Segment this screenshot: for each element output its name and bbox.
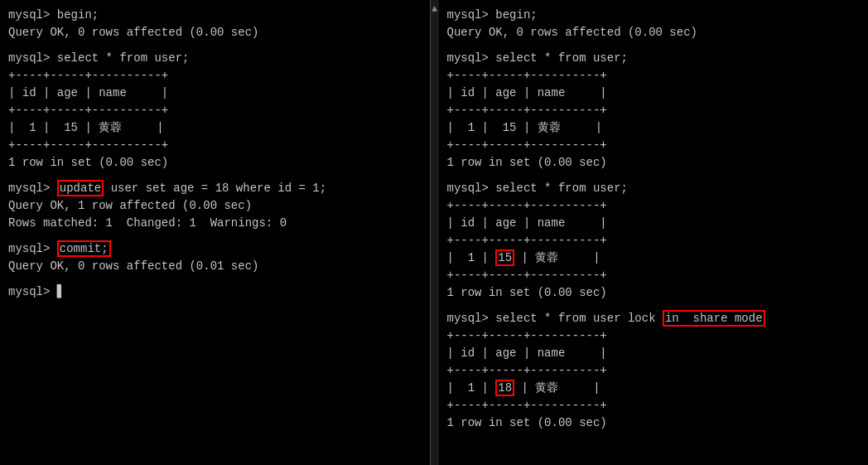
left-line-8: +----+-----+----------+ <box>8 137 422 154</box>
left-commit-line: mysql> commit; <box>8 240 422 258</box>
right-sharemode-line: mysql> select * from user lock in share … <box>447 310 861 327</box>
right-line-4: +----+-----+----------+ <box>447 67 861 85</box>
right-line-11: +----+-----+----------+ <box>447 197 861 215</box>
age-18-highlight: 18 <box>495 380 514 396</box>
right-line-2: Query OK, 0 rows affected (0.00 sec) <box>447 24 861 41</box>
left-line-6: +----+-----+----------+ <box>8 102 422 119</box>
right-line-18: +----+-----+----------+ <box>447 327 861 345</box>
scroll-indicator: ▲ <box>432 3 437 15</box>
right-line-12: | id | age | name | <box>447 215 861 232</box>
right-line-3: mysql> select * from user; <box>447 50 861 67</box>
right-line-23: 1 row in set (0.00 sec) <box>447 414 861 432</box>
left-line-2: Query OK, 0 rows affected (0.00 sec) <box>8 24 422 41</box>
left-update-line: mysql> update user set age = 18 where id… <box>8 180 422 197</box>
right-line-10: mysql> select * from user; <box>447 180 861 197</box>
pane-divider: ▲ <box>431 0 439 465</box>
right-age18-line: | 1 | 18 | 黄蓉 | <box>447 380 861 397</box>
left-terminal-pane: mysql> begin; Query OK, 0 rows affected … <box>0 0 431 465</box>
right-line-1: mysql> begin; <box>447 7 861 24</box>
right-line-9: 1 row in set (0.00 sec) <box>447 154 861 172</box>
right-line-7: | 1 | 15 | 黄蓉 | <box>447 119 861 137</box>
right-line-19: | id | age | name | <box>447 345 861 362</box>
left-line-4: +----+-----+----------+ <box>8 67 422 85</box>
left-prompt-line: mysql> ▋ <box>8 283 422 301</box>
left-line-14: Query OK, 0 rows affected (0.01 sec) <box>8 258 422 275</box>
right-line-13: +----+-----+----------+ <box>447 232 861 249</box>
right-line-6: +----+-----+----------+ <box>447 102 861 119</box>
right-age15-line: | 1 | 15 | 黄蓉 | <box>447 249 861 267</box>
right-line-22: +----+-----+----------+ <box>447 397 861 414</box>
left-line-5: | id | age | name | <box>8 85 422 102</box>
age-15-highlight: 15 <box>495 249 514 266</box>
right-line-16: 1 row in set (0.00 sec) <box>447 284 861 302</box>
left-line-11: Query OK, 1 row affected (0.00 sec) <box>8 197 422 215</box>
right-line-15: +----+-----+----------+ <box>447 267 861 284</box>
right-line-8: +----+-----+----------+ <box>447 137 861 154</box>
update-keyword-highlight: update <box>57 180 104 196</box>
left-line-12: Rows matched: 1 Changed: 1 Warnings: 0 <box>8 215 422 232</box>
right-line-5: | id | age | name | <box>447 85 861 102</box>
commit-keyword-highlight: commit; <box>57 240 111 257</box>
in-share-mode-highlight: in share mode <box>663 310 765 327</box>
right-terminal-pane: mysql> begin; Query OK, 0 rows affected … <box>439 0 869 465</box>
left-line-1: mysql> begin; <box>8 7 422 24</box>
left-line-9: 1 row in set (0.00 sec) <box>8 154 422 172</box>
left-line-7: | 1 | 15 | 黄蓉 | <box>8 119 422 137</box>
left-line-3: mysql> select * from user; <box>8 50 422 67</box>
right-line-20: +----+-----+----------+ <box>447 362 861 380</box>
